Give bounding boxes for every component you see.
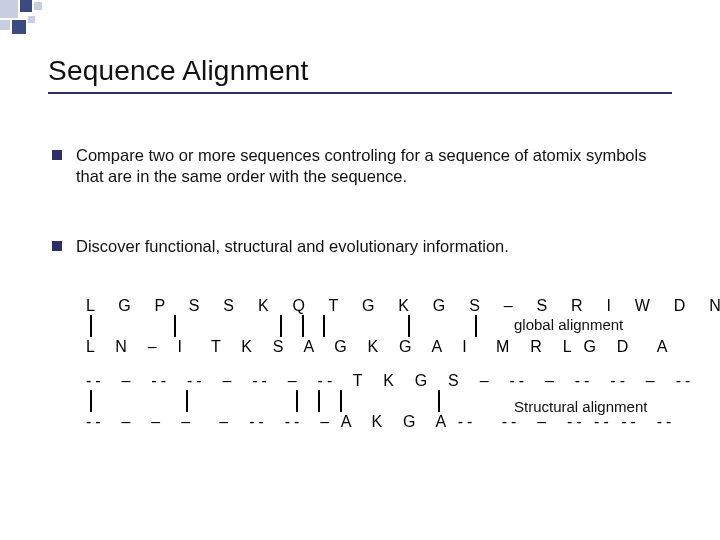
corner-decoration [0, 0, 55, 40]
structural-seq1: -- – -- -- – -- – -- T K G S – -- – -- -… [86, 373, 696, 389]
global-bars [86, 315, 446, 337]
structural-label: Structural alignment [514, 398, 647, 415]
structural-bars [86, 390, 446, 412]
bullet-text: Discover functional, structural and evol… [76, 236, 509, 257]
slide-title: Sequence Alignment [48, 55, 308, 87]
alignment-block: L G P S S K Q T G K G S – S R I W D N L … [86, 298, 696, 430]
structural-seq2: -- – – – – -- -- – A K G A -- -- – -- --… [86, 414, 696, 430]
global-label: global alignment [514, 316, 623, 333]
title-underline [48, 92, 672, 94]
bullet-item: Discover functional, structural and evol… [52, 236, 672, 257]
bullet-text: Compare two or more sequences controling… [76, 145, 672, 188]
global-seq2: L N – I T K S A G K G A I M R L G D A [86, 339, 696, 355]
bullet-list: Compare two or more sequences controling… [52, 145, 672, 305]
square-bullet-icon [52, 241, 62, 251]
global-seq1: L G P S S K Q T G K G S – S R I W D N [86, 298, 696, 314]
square-bullet-icon [52, 150, 62, 160]
bullet-item: Compare two or more sequences controling… [52, 145, 672, 188]
slide: Sequence Alignment Compare two or more s… [0, 0, 720, 540]
